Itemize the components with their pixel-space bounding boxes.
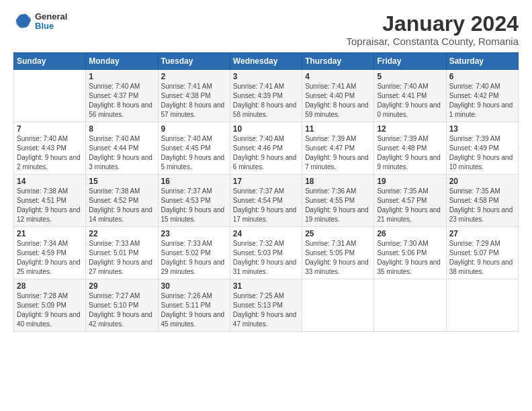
cell-content: Sunrise: 7:40 AMSunset: 4:43 PMDaylight:… [17,134,83,172]
cell-content: Sunrise: 7:31 AMSunset: 5:05 PMDaylight:… [305,239,371,277]
day-number: 6 [449,72,515,81]
calendar-cell: 18Sunrise: 7:36 AMSunset: 4:55 PMDayligh… [302,175,374,227]
calendar-cell: 17Sunrise: 7:37 AMSunset: 4:54 PMDayligh… [230,175,302,227]
day-number: 17 [233,177,299,186]
col-tuesday: Tuesday [158,53,230,70]
day-number: 18 [305,177,371,186]
day-number: 2 [161,72,227,81]
day-number: 3 [233,72,299,81]
calendar-cell: 6Sunrise: 7:40 AMSunset: 4:42 PMDaylight… [446,70,518,122]
day-number: 12 [377,124,443,134]
calendar-cell: 26Sunrise: 7:30 AMSunset: 5:06 PMDayligh… [374,227,446,279]
col-thursday: Thursday [302,53,374,70]
cell-content: Sunrise: 7:40 AMSunset: 4:41 PMDaylight:… [377,82,443,120]
calendar-cell: 30Sunrise: 7:26 AMSunset: 5:11 PMDayligh… [158,279,230,332]
cell-content: Sunrise: 7:41 AMSunset: 4:38 PMDaylight:… [161,82,227,120]
day-number: 25 [305,229,371,238]
title-block: January 2024 Topraisar, Constanta County… [346,12,519,47]
day-number: 30 [161,281,227,291]
calendar-cell: 29Sunrise: 7:27 AMSunset: 5:10 PMDayligh… [86,279,158,332]
calendar-cell: 7Sunrise: 7:40 AMSunset: 4:43 PMDaylight… [14,122,86,175]
cell-content: Sunrise: 7:40 AMSunset: 4:46 PMDaylight:… [233,134,299,172]
day-number: 9 [161,124,227,134]
day-number: 11 [305,124,371,134]
cell-content: Sunrise: 7:37 AMSunset: 4:53 PMDaylight:… [161,187,227,224]
calendar-cell: 24Sunrise: 7:32 AMSunset: 5:03 PMDayligh… [230,227,302,279]
day-number: 28 [17,281,83,291]
calendar-cell: 5Sunrise: 7:40 AMSunset: 4:41 PMDaylight… [374,70,446,122]
cell-content: Sunrise: 7:39 AMSunset: 4:49 PMDaylight:… [449,134,515,172]
cell-content: Sunrise: 7:40 AMSunset: 4:44 PMDaylight:… [89,134,154,172]
cell-content: Sunrise: 7:28 AMSunset: 5:09 PMDaylight:… [17,291,83,329]
calendar-cell: 20Sunrise: 7:35 AMSunset: 4:58 PMDayligh… [446,175,518,227]
calendar-cell: 10Sunrise: 7:40 AMSunset: 4:46 PMDayligh… [230,122,302,175]
calendar-cell: 28Sunrise: 7:28 AMSunset: 5:09 PMDayligh… [14,279,86,332]
cell-content: Sunrise: 7:35 AMSunset: 4:57 PMDaylight:… [377,187,443,224]
day-number: 23 [161,229,227,238]
cell-content: Sunrise: 7:39 AMSunset: 4:48 PMDaylight:… [377,134,443,172]
day-number: 20 [449,177,515,186]
cell-content: Sunrise: 7:35 AMSunset: 4:58 PMDaylight:… [449,187,515,224]
cell-content: Sunrise: 7:29 AMSunset: 5:07 PMDaylight:… [449,239,515,277]
cell-content: Sunrise: 7:40 AMSunset: 4:42 PMDaylight:… [449,82,515,120]
day-number: 1 [89,72,154,81]
day-number: 4 [305,72,371,81]
day-number: 15 [89,177,154,186]
cell-content: Sunrise: 7:40 AMSunset: 4:45 PMDaylight:… [161,134,227,172]
cell-content: Sunrise: 7:41 AMSunset: 4:40 PMDaylight:… [305,82,371,120]
day-number: 16 [161,177,227,186]
cell-content: Sunrise: 7:32 AMSunset: 5:03 PMDaylight:… [233,239,299,277]
cell-content: Sunrise: 7:36 AMSunset: 4:55 PMDaylight:… [305,187,371,224]
cell-content: Sunrise: 7:30 AMSunset: 5:06 PMDaylight:… [377,239,443,277]
calendar-week-2: 14Sunrise: 7:38 AMSunset: 4:51 PMDayligh… [14,175,519,227]
calendar-cell: 21Sunrise: 7:34 AMSunset: 4:59 PMDayligh… [14,227,86,279]
cell-content: Sunrise: 7:37 AMSunset: 4:54 PMDaylight:… [233,187,299,224]
calendar-cell: 2Sunrise: 7:41 AMSunset: 4:38 PMDaylight… [158,70,230,122]
logo-text: General Blue [35,12,67,32]
day-number: 19 [377,177,443,186]
calendar-week-0: 1Sunrise: 7:40 AMSunset: 4:37 PMDaylight… [14,70,519,122]
main-title: January 2024 [346,12,519,36]
day-number: 26 [377,229,443,238]
col-saturday: Saturday [446,53,518,70]
cell-content: Sunrise: 7:39 AMSunset: 4:47 PMDaylight:… [305,134,371,172]
col-friday: Friday [374,53,446,70]
cell-content: Sunrise: 7:27 AMSunset: 5:10 PMDaylight:… [89,291,154,329]
calendar-cell [374,279,446,332]
page-container: General Blue January 2024 Topraisar, Con… [0,0,532,338]
calendar-cell [446,279,518,332]
day-number: 24 [233,229,299,238]
day-number: 10 [233,124,299,134]
cell-content: Sunrise: 7:33 AMSunset: 5:02 PMDaylight:… [161,239,227,277]
calendar-cell: 1Sunrise: 7:40 AMSunset: 4:37 PMDaylight… [86,70,158,122]
calendar-cell: 13Sunrise: 7:39 AMSunset: 4:49 PMDayligh… [446,122,518,175]
cell-content: Sunrise: 7:41 AMSunset: 4:39 PMDaylight:… [233,82,299,120]
logo-general: General [35,12,67,21]
day-number: 27 [449,229,515,238]
col-sunday: Sunday [14,53,86,70]
col-wednesday: Wednesday [230,53,302,70]
cell-content: Sunrise: 7:40 AMSunset: 4:37 PMDaylight:… [89,82,154,120]
logo-blue: Blue [35,21,67,31]
calendar-cell: 16Sunrise: 7:37 AMSunset: 4:53 PMDayligh… [158,175,230,227]
col-monday: Monday [86,53,158,70]
calendar-table: Sunday Monday Tuesday Wednesday Thursday… [13,52,519,332]
calendar-cell: 9Sunrise: 7:40 AMSunset: 4:45 PMDaylight… [158,122,230,175]
logo-icon [13,12,32,31]
calendar-cell: 11Sunrise: 7:39 AMSunset: 4:47 PMDayligh… [302,122,374,175]
day-number: 31 [233,281,299,291]
calendar-cell: 23Sunrise: 7:33 AMSunset: 5:02 PMDayligh… [158,227,230,279]
calendar-cell: 14Sunrise: 7:38 AMSunset: 4:51 PMDayligh… [14,175,86,227]
day-number: 8 [89,124,154,134]
calendar-cell: 8Sunrise: 7:40 AMSunset: 4:44 PMDaylight… [86,122,158,175]
day-number: 5 [377,72,443,81]
subtitle: Topraisar, Constanta County, Romania [346,36,519,47]
header-row: Sunday Monday Tuesday Wednesday Thursday… [14,53,519,70]
day-number: 13 [449,124,515,134]
calendar-cell: 31Sunrise: 7:25 AMSunset: 5:13 PMDayligh… [230,279,302,332]
calendar-cell [14,70,86,122]
logo: General Blue [13,12,67,32]
calendar-cell: 25Sunrise: 7:31 AMSunset: 5:05 PMDayligh… [302,227,374,279]
day-number: 22 [89,229,154,238]
calendar-cell: 19Sunrise: 7:35 AMSunset: 4:57 PMDayligh… [374,175,446,227]
